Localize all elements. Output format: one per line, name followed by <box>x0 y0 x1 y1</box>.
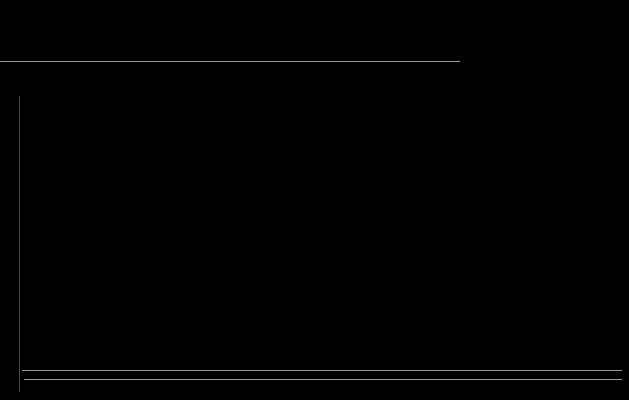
spectrogram-canvas <box>20 96 620 368</box>
hrofft-window <box>0 0 629 400</box>
header-separator-line <box>0 61 460 62</box>
signal-meter-canvas <box>20 380 620 400</box>
meter-upper-line <box>22 370 622 371</box>
